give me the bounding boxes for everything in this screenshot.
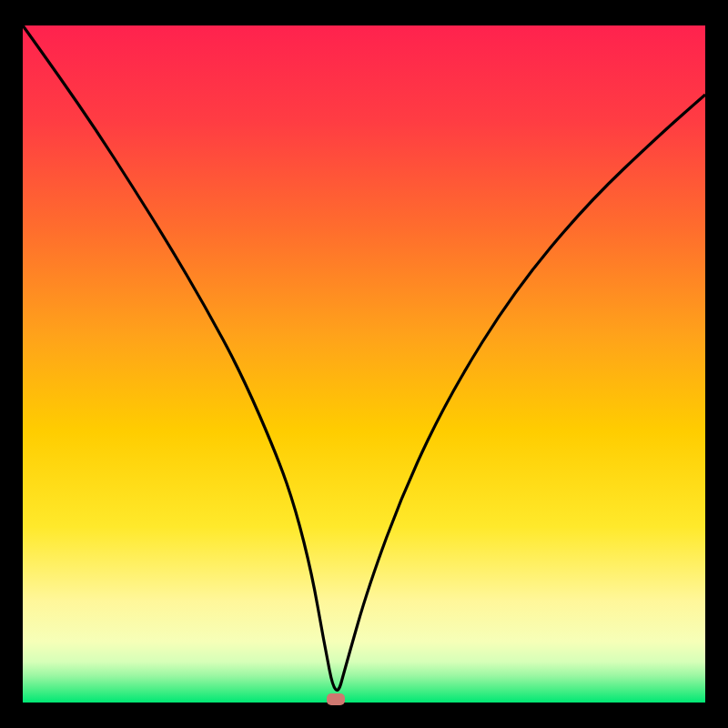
- bottleneck-chart: [0, 0, 728, 728]
- bottleneck-marker: [327, 693, 345, 705]
- chart-container: TheBottleneck.com: [0, 0, 728, 728]
